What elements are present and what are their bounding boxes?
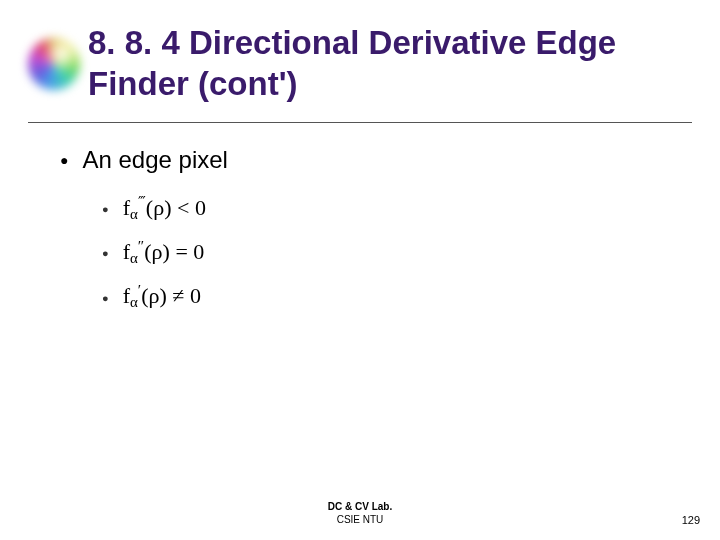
bullet-dot-icon: ● <box>102 247 109 259</box>
bullet-level-1: ● An edge pixel <box>60 146 680 175</box>
eq-superscript: ‴ <box>138 193 146 210</box>
sub-bullet-1: ● fα‴(ρ) < 0 <box>102 193 680 223</box>
page-number: 129 <box>682 514 700 526</box>
eq-func: f <box>123 284 130 309</box>
sub-bullet-2: ● fα″(ρ) = 0 <box>102 237 680 267</box>
eq-rhs: 0 <box>190 284 201 309</box>
eq-subscript: α <box>130 250 138 266</box>
eq-rhs: 0 <box>193 240 204 265</box>
bullet-dot-icon: ● <box>102 203 109 215</box>
eq-rhs: 0 <box>195 195 206 220</box>
logo-graphic <box>28 38 80 90</box>
eq-relation: = <box>175 240 187 265</box>
bullet-text: An edge pixel <box>82 146 227 174</box>
equation-2: fα″(ρ) = 0 <box>123 237 205 267</box>
eq-func: f <box>123 240 130 265</box>
slide-title: 8. 8. 4 Directional Derivative Edge Find… <box>88 22 692 105</box>
eq-subscript: α <box>130 295 138 311</box>
eq-subscript: α <box>130 206 138 222</box>
bullet-dot-icon: ● <box>102 292 109 304</box>
footer: DC & CV Lab. CSIE NTU <box>0 501 720 526</box>
slide-body: ● An edge pixel ● fα‴(ρ) < 0 ● fα″(ρ) = … <box>60 146 680 312</box>
eq-arg: ρ <box>152 240 163 265</box>
sub-bullet-list: ● fα‴(ρ) < 0 ● fα″(ρ) = 0 ● fα′(ρ) ≠ 0 <box>102 193 680 312</box>
eq-relation: < <box>177 195 189 220</box>
footer-line-1: DC & CV Lab. <box>0 501 720 514</box>
slide: 8. 8. 4 Directional Derivative Edge Find… <box>0 0 720 540</box>
bullet-dot-icon: ● <box>60 148 68 172</box>
eq-superscript: ′ <box>138 281 141 298</box>
eq-arg: ρ <box>153 195 164 220</box>
equation-1: fα‴(ρ) < 0 <box>123 193 206 223</box>
eq-arg: ρ <box>149 284 160 309</box>
title-divider <box>28 122 692 123</box>
sub-bullet-3: ● fα′(ρ) ≠ 0 <box>102 281 680 311</box>
footer-line-2: CSIE NTU <box>0 514 720 527</box>
eq-func: f <box>123 195 130 220</box>
logo <box>28 38 80 90</box>
equation-3: fα′(ρ) ≠ 0 <box>123 281 201 311</box>
eq-superscript: ″ <box>138 237 144 254</box>
eq-relation: ≠ <box>172 284 184 309</box>
